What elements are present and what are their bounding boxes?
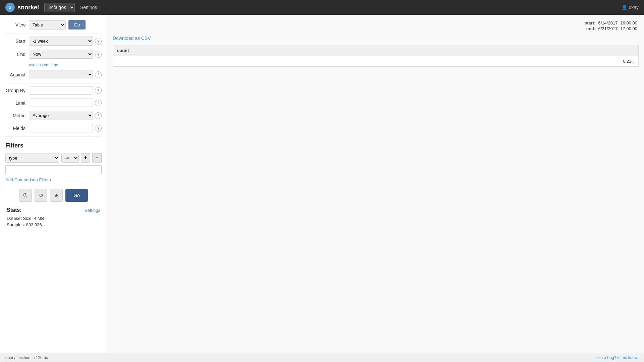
stats-section: Stats: Settings Dataset Size: 4 MB Sampl…	[5, 207, 102, 227]
bottom-buttons: ⏱ ↺ ★ Go	[5, 189, 102, 202]
settings-link[interactable]: Settings	[80, 5, 97, 10]
limit-input[interactable]	[29, 99, 93, 107]
stats-header: Stats: Settings	[7, 207, 100, 213]
limit-label: Limit	[5, 100, 25, 106]
divider-2	[5, 83, 102, 83]
metric-select[interactable]: Average	[29, 111, 93, 120]
divider-3	[5, 136, 102, 137]
start-help-button[interactable]: ?	[95, 38, 102, 45]
fields-help-button[interactable]: ?	[95, 125, 102, 132]
against-help-button[interactable]: ?	[95, 71, 102, 78]
start-label-main: start:	[583, 20, 597, 26]
end-control: Now	[29, 50, 93, 59]
divider-1	[5, 34, 102, 34]
end-label: End	[5, 52, 25, 57]
app-logo: S snorkel	[5, 3, 39, 12]
against-label: Against	[5, 72, 25, 77]
limit-row: Limit ?	[5, 99, 102, 107]
user-menu: 👤 okay	[622, 5, 639, 10]
filter-row-1: type ~= + −	[5, 153, 102, 163]
download-csv-link[interactable]: Download as CSV	[113, 36, 639, 41]
view-label: View	[5, 22, 25, 27]
start-date: 6/14/2017	[597, 20, 619, 26]
filter-add-button[interactable]: +	[81, 153, 90, 163]
layout: View Table Go Start -1 week ? End Now	[0, 15, 644, 362]
against-control	[29, 70, 93, 79]
query-info: query finished in 120ms	[5, 355, 48, 360]
dataset-size: Dataset Size: 4 MB	[7, 216, 100, 221]
stats-settings-link[interactable]: Settings	[85, 208, 100, 213]
table-row: 6.23K	[113, 56, 639, 67]
metric-label: Metric	[5, 113, 25, 118]
add-comparison-link[interactable]: Add Comparison Filters	[5, 177, 51, 182]
start-control: -1 week	[29, 37, 93, 46]
filter-field-select[interactable]: type	[5, 154, 59, 163]
main-content: start: 6/14/2017 16:00:00 end: 6/21/2017…	[107, 15, 644, 362]
bottom-bar: query finished in 120ms see a bug? let u…	[0, 353, 644, 362]
topnav: S snorkel irc/algos Settings 👤 okay	[0, 0, 644, 15]
use-custom-time-link[interactable]: use custom time	[29, 63, 102, 67]
end-row: End Now ?	[5, 50, 102, 59]
against-row: Against ?	[5, 70, 102, 79]
app-name: snorkel	[17, 4, 39, 11]
history-button[interactable]: ⏱	[19, 189, 32, 202]
topnav-left: S snorkel irc/algos Settings	[5, 3, 97, 12]
start-select[interactable]: -1 week	[29, 37, 93, 46]
workspace-select[interactable]: irc/algos	[44, 3, 75, 12]
fields-input[interactable]	[29, 124, 93, 132]
count-value: 6.23K	[113, 56, 639, 67]
metric-row: Metric Average ?	[5, 111, 102, 120]
metric-help-button[interactable]: ?	[95, 112, 102, 119]
start-row: Start -1 week ?	[5, 37, 102, 46]
limit-control	[29, 99, 93, 107]
fields-label: Fields	[5, 126, 25, 131]
group-by-row: Group By ?	[5, 86, 102, 95]
fields-row: Fields ?	[5, 124, 102, 132]
user-name: okay	[629, 5, 639, 10]
metric-control: Average	[29, 111, 93, 120]
star-button[interactable]: ★	[50, 189, 63, 202]
go-button-top[interactable]: Go	[68, 20, 86, 29]
refresh-icon: ↺	[39, 192, 43, 199]
main-header: start: 6/14/2017 16:00:00 end: 6/21/2017…	[113, 20, 639, 32]
end-time: 17:00:00	[619, 26, 639, 32]
history-icon: ⏱	[23, 192, 28, 198]
filter-value-input[interactable]	[5, 165, 102, 174]
view-row: View Table Go	[5, 20, 102, 29]
sidebar: View Table Go Start -1 week ? End Now	[0, 15, 107, 362]
group-by-input[interactable]	[29, 86, 93, 95]
samples: Samples: 893,936	[7, 222, 100, 227]
go-button-bottom[interactable]: Go	[65, 189, 88, 202]
end-help-button[interactable]: ?	[95, 51, 102, 58]
refresh-button[interactable]: ↺	[35, 189, 47, 202]
against-select[interactable]	[29, 70, 93, 79]
star-icon: ★	[54, 192, 59, 199]
limit-help-button[interactable]: ?	[95, 100, 102, 106]
data-table: count 6.23K	[113, 45, 639, 67]
logo-icon: S	[5, 3, 15, 12]
group-by-label: Group By	[5, 88, 25, 93]
start-label: Start	[5, 39, 25, 44]
view-select[interactable]: Table	[29, 20, 66, 29]
filter-remove-button[interactable]: −	[92, 153, 102, 163]
group-by-control	[29, 86, 93, 95]
bug-report-link[interactable]: see a bug? let us know!	[596, 355, 639, 360]
user-icon: 👤	[622, 5, 627, 10]
filter-op-select[interactable]: ~=	[61, 154, 79, 163]
time-info: start: 6/14/2017 16:00:00 end: 6/21/2017…	[583, 20, 639, 32]
end-date: 6/21/2017	[597, 26, 619, 32]
filters-title: Filters	[5, 142, 102, 149]
stats-title: Stats:	[7, 207, 21, 213]
end-label-main: end:	[583, 26, 597, 32]
start-time: 16:00:00	[619, 20, 639, 26]
fields-control	[29, 124, 93, 132]
group-by-help-button[interactable]: ?	[95, 87, 102, 94]
end-select[interactable]: Now	[29, 50, 93, 59]
count-header: count	[113, 45, 639, 56]
